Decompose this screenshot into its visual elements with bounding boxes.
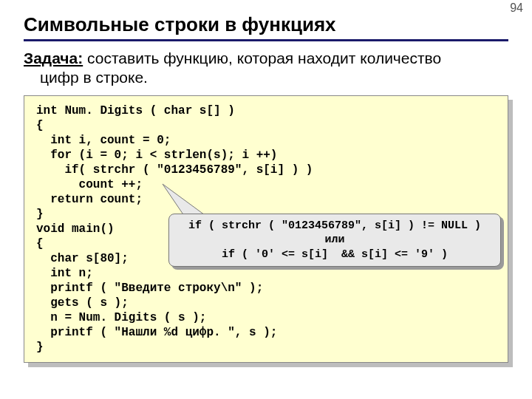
task-label: Задача: (24, 50, 83, 66)
slide-title: Символьные строки в функциях (24, 13, 508, 41)
callout-line-2: или (324, 233, 344, 246)
callout-wrap: if ( strchr ( "0123456789", s[i] ) != NU… (168, 214, 501, 267)
slide-content: Символьные строки в функциях Задача: сос… (0, 0, 532, 363)
task-text-1: составить функцию, которая находит колич… (83, 50, 441, 66)
task-statement: Задача: составить функцию, которая наход… (24, 49, 508, 88)
callout-box: if ( strchr ( "0123456789", s[i] ) != NU… (168, 214, 501, 267)
task-text-2: цифр в строке. (40, 69, 148, 86)
callout-line-1: if ( strchr ( "0123456789", s[i] ) != NU… (188, 219, 481, 232)
page-number: 94 (510, 1, 523, 15)
code-block-wrap: int Num. Digits ( char s[] ) { int i, co… (24, 95, 508, 363)
callout-line-3: if ( '0' <= s[i] && s[i] <= '9' ) (222, 248, 448, 261)
